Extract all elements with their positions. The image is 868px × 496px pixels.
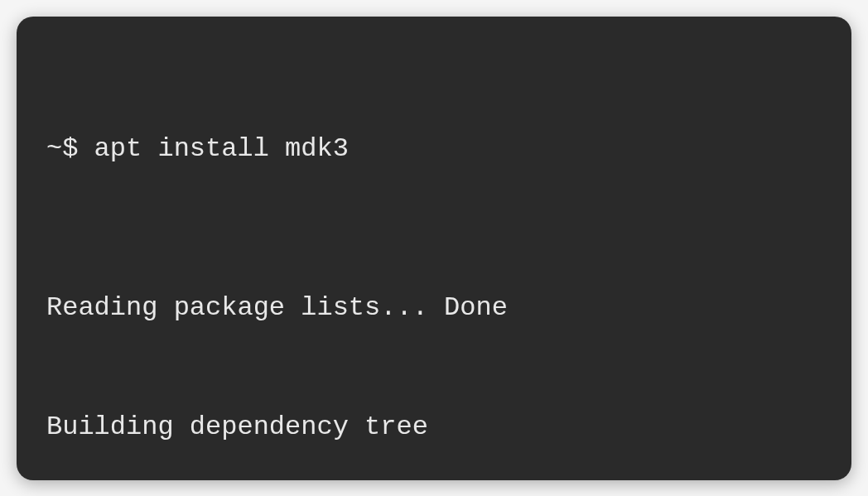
command-text: apt install mdk3: [94, 133, 349, 164]
prompt-symbol: ~$: [46, 133, 94, 164]
command-prompt-line: ~$ apt install mdk3: [46, 129, 822, 169]
terminal-window[interactable]: ~$ apt install mdk3 Reading package list…: [17, 17, 851, 480]
output-line: Reading package lists... Done: [46, 288, 822, 328]
output-line: Building dependency tree: [46, 407, 822, 447]
